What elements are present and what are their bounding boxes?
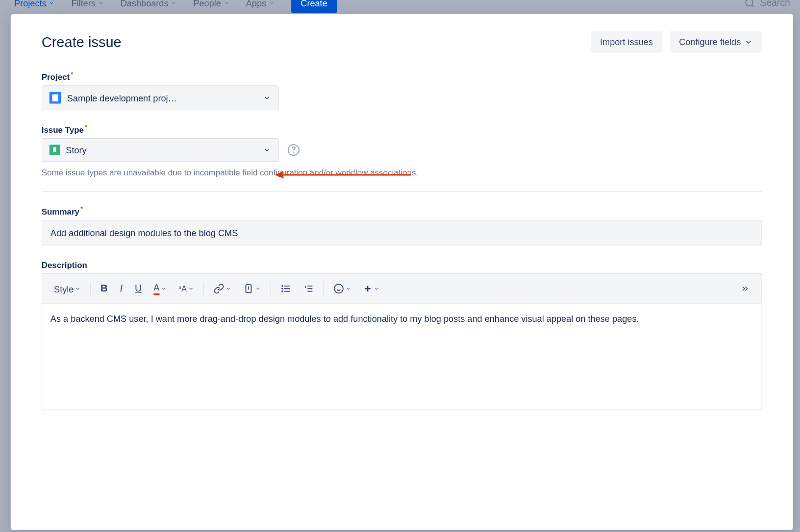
separator (270, 282, 271, 296)
label-text: Project (42, 73, 70, 82)
chevron-down-icon (161, 286, 167, 291)
description-label: Description (42, 260, 87, 269)
required-indicator: * (71, 71, 74, 77)
create-label: Create (300, 0, 327, 8)
chevron-down-icon (263, 94, 271, 102)
chevron-down-icon (225, 286, 231, 291)
header-actions: Import issues Configure fields (591, 31, 762, 53)
project-icon (49, 92, 61, 104)
description-editor[interactable]: As a backend CMS user, I want more drag-… (42, 304, 762, 411)
modal-title: Create issue (42, 33, 122, 50)
top-navigation: Projects Filters Dashboards People Apps … (0, 0, 800, 12)
underline-button[interactable]: U (130, 280, 146, 297)
project-label: Project* (42, 73, 74, 82)
collapse-icon (740, 284, 750, 293)
project-select[interactable]: Sample development proj… (42, 85, 279, 110)
nav-label: Dashboards (121, 0, 169, 8)
more-format-button[interactable]: ᵃA (174, 281, 198, 297)
bullet-list-button[interactable] (275, 280, 296, 297)
numbered-list-button[interactable] (298, 280, 318, 297)
collapse-toolbar-button[interactable] (735, 280, 754, 297)
story-icon (49, 145, 60, 155)
summary-label: Summary* (42, 207, 83, 216)
issue-type-value: Story (66, 145, 86, 155)
chevron-down-icon (255, 286, 261, 291)
description-content: As a backend CMS user, I want more drag-… (50, 314, 639, 324)
emoji-icon (333, 283, 344, 294)
svg-point-3 (293, 152, 294, 153)
project-value: Sample development proj… (67, 93, 177, 103)
attachment-icon (243, 283, 254, 294)
chevron-down-icon (188, 286, 194, 291)
nav-filters[interactable]: Filters (71, 0, 103, 8)
svg-point-11 (282, 291, 283, 292)
editor-toolbar: Style B I U A ᵃA (42, 273, 762, 304)
plus-icon (363, 284, 372, 293)
label-text: Issue Type (42, 125, 84, 134)
bullet-list-icon (280, 283, 291, 294)
divider (42, 192, 762, 192)
link-button[interactable] (208, 280, 236, 297)
attachment-button[interactable] (238, 280, 266, 297)
label-text: Summary (42, 207, 79, 216)
import-issues-button[interactable]: Import issues (591, 31, 663, 53)
numbered-list-icon (303, 283, 314, 294)
nav-label: Projects (14, 0, 47, 8)
chevron-down-icon (171, 0, 176, 6)
style-label: Style (54, 284, 74, 294)
svg-line-1 (752, 5, 754, 7)
nav-dashboards[interactable]: Dashboards (121, 0, 177, 8)
link-icon (213, 283, 224, 294)
summary-input[interactable] (42, 220, 762, 245)
button-label: Import issues (600, 37, 653, 47)
search-placeholder: Search (760, 0, 790, 8)
search-area[interactable]: Search (745, 0, 790, 8)
issue-type-label: Issue Type* (42, 125, 87, 134)
nav-label: Filters (71, 0, 95, 8)
separator (323, 282, 324, 296)
italic-button[interactable]: I (115, 279, 127, 298)
svg-point-9 (282, 286, 283, 287)
svg-point-10 (282, 288, 283, 289)
chevron-down-icon (745, 38, 753, 46)
chevron-down-icon (345, 286, 351, 291)
chevron-down-icon (75, 286, 81, 291)
help-icon[interactable] (287, 144, 300, 157)
nav-label: Apps (246, 0, 266, 8)
nav-projects[interactable]: Projects (14, 0, 55, 8)
chevron-down-icon (98, 0, 104, 6)
chevron-down-icon (374, 286, 379, 291)
chevron-down-icon (263, 146, 271, 154)
project-field-group: Project* Sample development proj… (42, 72, 762, 110)
bold-button[interactable]: B (96, 279, 112, 298)
separator (203, 282, 204, 296)
create-issue-modal: Create issue Import issues Configure fie… (11, 14, 793, 530)
style-dropdown[interactable]: Style (49, 280, 85, 297)
nav-apps[interactable]: Apps (246, 0, 275, 8)
required-indicator: * (85, 124, 87, 130)
issue-type-field-group: Issue Type* Story Some issue types are u… (42, 124, 762, 177)
issue-type-hint: Some issue types are unavailable due to … (42, 168, 762, 177)
issue-type-select[interactable]: Story (42, 138, 279, 162)
nav-label: People (193, 0, 221, 8)
summary-field-group: Summary* (42, 206, 762, 245)
modal-header: Create issue Import issues Configure fie… (42, 31, 762, 53)
chevron-down-icon (49, 0, 54, 6)
required-indicator: * (80, 206, 83, 212)
description-field-group: Description Style B I U A ᵃA (42, 260, 762, 410)
create-button[interactable]: Create (291, 0, 337, 13)
nav-people[interactable]: People (193, 0, 229, 8)
search-icon (745, 0, 755, 8)
insert-button[interactable] (358, 280, 384, 297)
emoji-button[interactable] (328, 280, 356, 297)
chevron-down-icon (224, 0, 229, 6)
text-color-button[interactable]: A (149, 279, 172, 299)
configure-fields-button[interactable]: Configure fields (670, 31, 762, 53)
chevron-down-icon (269, 0, 275, 6)
button-label: Configure fields (679, 37, 741, 47)
label-text: Description (42, 260, 87, 269)
svg-point-15 (334, 284, 343, 293)
separator (90, 282, 91, 296)
